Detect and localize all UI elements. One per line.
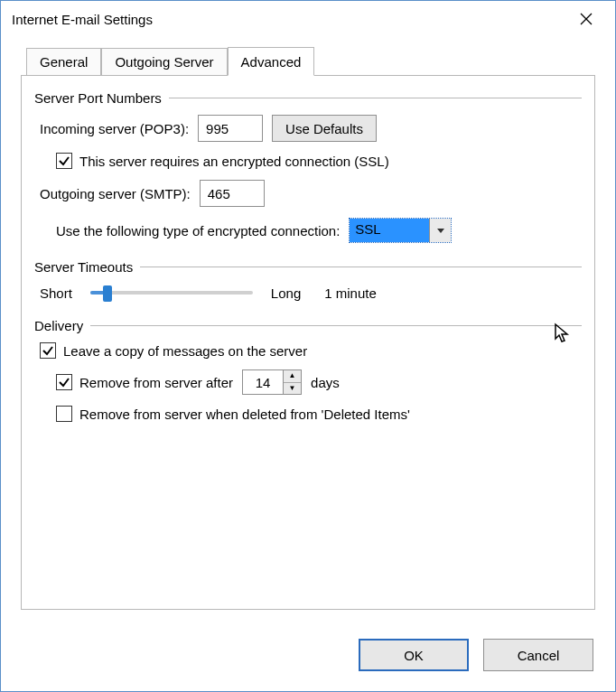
close-icon	[580, 13, 593, 25]
group-header-delivery: Delivery	[34, 318, 83, 333]
check-icon	[42, 344, 54, 357]
checkbox-box	[40, 342, 56, 359]
close-button[interactable]	[568, 5, 604, 33]
slider-thumb	[103, 285, 112, 302]
chevron-down-icon	[436, 226, 445, 235]
tab-advanced[interactable]: Advanced	[228, 47, 315, 76]
checkbox-box	[56, 153, 72, 169]
divider	[90, 325, 582, 326]
incoming-server-label: Incoming server (POP3):	[40, 121, 189, 136]
row-remove-after: Remove from server after ▲ ▼ days	[56, 369, 582, 395]
check-icon	[58, 376, 70, 388]
spinner-arrows: ▲ ▼	[283, 370, 301, 394]
row-incoming: Incoming server (POP3): Use Defaults	[40, 115, 582, 142]
content-area: General Outgoing Server Advanced Server …	[1, 37, 615, 624]
encryption-type-label: Use the following type of encrypted conn…	[56, 223, 340, 238]
row-remove-deleted: Remove from server when deleted from 'De…	[56, 406, 582, 422]
ssl-checkbox[interactable]: This server requires an encrypted connec…	[56, 153, 389, 169]
divider	[169, 98, 582, 98]
dropdown-arrow	[429, 219, 451, 242]
spinner-down[interactable]: ▼	[284, 383, 301, 395]
titlebar: Internet E-mail Settings	[1, 1, 615, 37]
row-leave-copy: Leave a copy of messages on the server	[40, 342, 582, 359]
leave-copy-checkbox[interactable]: Leave a copy of messages on the server	[40, 342, 307, 359]
encryption-selected-value: SSL	[350, 219, 429, 242]
checkbox-box	[56, 374, 72, 390]
leave-copy-label: Leave a copy of messages on the server	[63, 343, 307, 359]
remove-deleted-checkbox[interactable]: Remove from server when deleted from 'De…	[56, 406, 410, 422]
slider-track	[90, 291, 253, 295]
encryption-type-select[interactable]: SSL	[349, 218, 452, 243]
remove-after-checkbox[interactable]: Remove from server after	[56, 374, 233, 390]
divider	[140, 267, 582, 267]
row-encryption: Use the following type of encrypted conn…	[56, 218, 582, 243]
remove-after-days-spinner[interactable]: ▲ ▼	[242, 369, 302, 395]
row-outgoing: Outgoing server (SMTP):	[40, 180, 582, 207]
cancel-button[interactable]: Cancel	[483, 639, 593, 671]
window-title: Internet E-mail Settings	[12, 12, 153, 27]
group-header-timeouts: Server Timeouts	[34, 259, 133, 275]
dialog-footer: OK Cancel	[1, 624, 615, 691]
tab-outgoing-server[interactable]: Outgoing Server	[101, 48, 227, 76]
outgoing-server-port-input[interactable]	[200, 180, 265, 207]
remove-after-unit: days	[311, 375, 340, 390]
tab-panel-advanced: Server Port Numbers Incoming server (POP…	[21, 75, 595, 610]
group-delivery: Delivery Leave a copy of messages on the…	[34, 318, 582, 422]
group-header-ports: Server Port Numbers	[34, 90, 162, 106]
spinner-up[interactable]: ▲	[284, 370, 301, 383]
dialog-window: Internet E-mail Settings General Outgoin…	[0, 0, 616, 692]
use-defaults-button[interactable]: Use Defaults	[272, 115, 377, 142]
ok-button[interactable]: OK	[359, 639, 469, 671]
svg-marker-2	[437, 229, 444, 233]
group-server-ports: Server Port Numbers Incoming server (POP…	[34, 90, 582, 243]
timeout-value: 1 minute	[324, 285, 377, 301]
check-icon	[58, 154, 70, 167]
group-server-timeouts: Server Timeouts Short Long 1 minute	[34, 259, 582, 302]
outgoing-server-label: Outgoing server (SMTP):	[40, 186, 191, 201]
timeout-long-label: Long	[271, 285, 301, 301]
remove-after-label: Remove from server after	[79, 375, 233, 390]
remove-after-days-input[interactable]	[243, 370, 283, 394]
incoming-server-port-input[interactable]	[198, 115, 263, 142]
tabstrip: General Outgoing Server Advanced	[26, 46, 595, 75]
checkbox-box	[56, 406, 72, 422]
timeout-short-label: Short	[40, 285, 72, 301]
timeout-slider[interactable]	[90, 284, 253, 302]
remove-deleted-label: Remove from server when deleted from 'De…	[79, 407, 410, 422]
tab-general[interactable]: General	[26, 48, 101, 76]
ssl-checkbox-label: This server requires an encrypted connec…	[79, 154, 389, 169]
row-timeout-slider: Short Long 1 minute	[40, 284, 582, 302]
row-ssl-checkbox: This server requires an encrypted connec…	[56, 153, 582, 169]
